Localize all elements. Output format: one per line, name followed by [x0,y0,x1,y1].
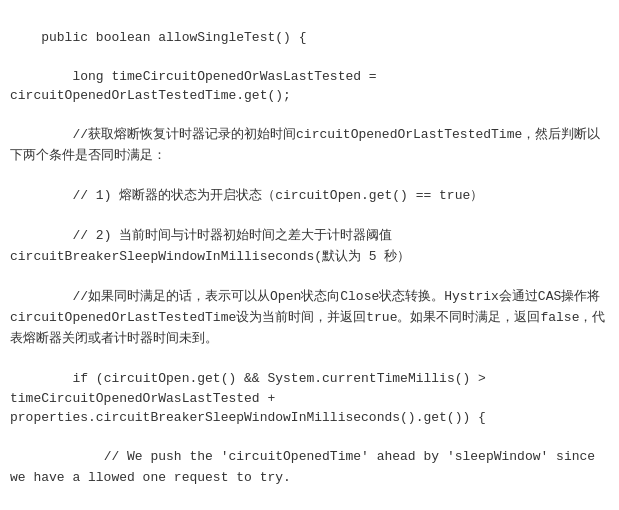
line-5: // 2) 当前时间与计时器初始时间之差大于计时器阈值circuitBreake… [10,226,609,268]
line-7: if (circuitOpen.get() && System.currentT… [10,369,609,428]
line-3: //获取熔断恢复计时器记录的初始时间circuitOpenedOrLastTes… [10,125,609,167]
line-8: // We push the 'circuitOpenedTime' ahead… [10,447,609,489]
line-6: //如果同时满足的话，表示可以从Open状态向Close状态转换。Hystrix… [10,287,609,349]
line-1: public boolean allowSingleTest() { [10,28,609,48]
code-viewer: public boolean allowSingleTest() { long … [0,0,619,510]
line-4: // 1) 熔断器的状态为开启状态（circuitOpen.get() == t… [10,186,609,207]
line-2: long timeCircuitOpenedOrWasLastTested = … [10,67,609,106]
